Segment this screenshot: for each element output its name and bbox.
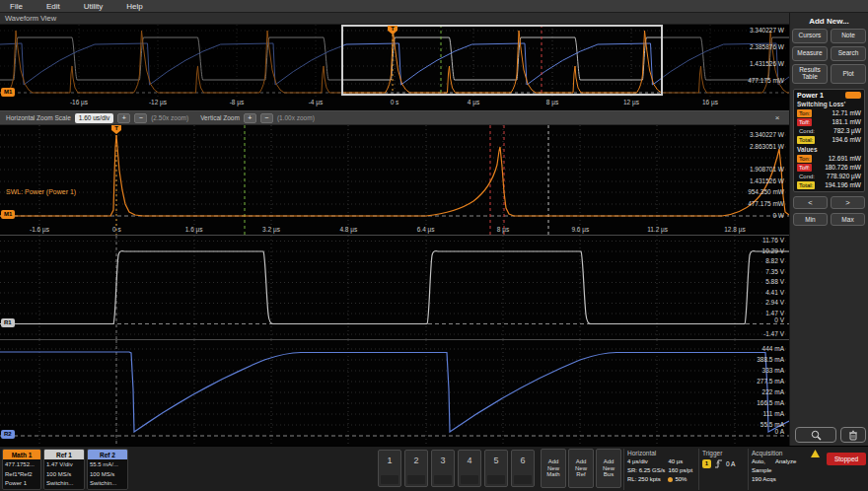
vzoom-factor: (1.00x zoom) <box>277 114 315 121</box>
ref1-source-badge[interactable]: R1 <box>1 318 15 327</box>
ytick-label: 8.82 V <box>765 257 784 265</box>
add-new-button-grid: Cursors Note Measure Search Results Tabl… <box>790 29 868 84</box>
waveform-view-title: Waveform View <box>0 13 789 25</box>
oscilloscope-app: File Edit Utility Help Waveform View T 3… <box>0 0 868 491</box>
xtick-label: -1.6 µs <box>16 226 63 233</box>
ytick-label: 477.175 mW <box>748 200 784 208</box>
cursors-button[interactable]: Cursors <box>792 29 828 43</box>
cond-value: 778.920 µW <box>827 173 861 179</box>
xtick-label: 8 µs <box>479 226 527 233</box>
xtick-label: 4.8 µs <box>325 226 372 233</box>
ytick-label: 2.863051 W <box>750 143 784 151</box>
menu-help[interactable]: Help <box>126 2 142 11</box>
channel-display-strip <box>434 475 452 484</box>
baseline-label: 0 A <box>775 428 784 436</box>
previous-button[interactable]: < <box>793 196 828 209</box>
add-new-ref-button[interactable]: Add New Ref <box>568 449 594 488</box>
menu-file[interactable]: File <box>10 2 23 11</box>
vzoom-decrease-button[interactable]: − <box>260 113 273 123</box>
results-table-button[interactable]: Results Table <box>792 64 828 84</box>
ytick-label: 3.340227 W <box>750 27 784 35</box>
ref1-samplerate: 100 MS/s <box>46 470 82 480</box>
xtick-label: 9.6 µs <box>556 226 604 233</box>
horizontal-title: Horizontal <box>627 450 693 456</box>
trash-icon <box>848 430 858 441</box>
ytick-label: 10.29 V <box>762 247 784 255</box>
measurement-row: Total: 194.6 mW <box>797 135 861 144</box>
next-button[interactable]: > <box>831 196 865 209</box>
stopped-button[interactable]: Stopped <box>827 453 866 465</box>
horizontal-position: 50% <box>675 475 687 484</box>
ton-label: Ton: <box>797 155 812 163</box>
math1-tile-title: Math 1 <box>3 450 40 459</box>
channel-5-button[interactable]: 5 <box>484 450 508 487</box>
add-new-bus-button[interactable]: Add New Bus <box>596 449 621 488</box>
trigger-settings-panel[interactable]: Trigger 1 0 A <box>698 449 746 490</box>
ytick-label: 11.76 V <box>762 237 784 245</box>
min-button[interactable]: Min <box>793 213 828 226</box>
zoom-mode-button[interactable] <box>795 427 836 443</box>
voltage-waveform-panel: 11.76 V 10.29 V 8.82 V 7.35 V 5.88 V 4.4… <box>0 236 789 340</box>
ref2-source: Switchin... <box>90 479 125 489</box>
channel-4-button[interactable]: 4 <box>458 450 481 487</box>
ytick-label: 444 mA <box>762 345 784 353</box>
power-trace-label: SWL: Power (Power 1) <box>6 188 76 195</box>
math-source-badge[interactable]: M1 <box>1 88 15 97</box>
note-button[interactable]: Note <box>831 29 866 43</box>
measurement-row: Total: 194.196 mW <box>797 180 861 189</box>
channel-1-button[interactable]: 1 <box>378 450 401 487</box>
menu-edit[interactable]: Edit <box>46 2 60 11</box>
zoom-controls-bar: Horizontal Zoom Scale 1.60 us/div + − (2… <box>0 111 789 125</box>
total-value: 194.6 mW <box>832 136 861 143</box>
power1-results-panel[interactable]: Power 1 Switching Loss' Ton: 12.71 mW To… <box>793 89 865 192</box>
channel-2-button[interactable]: 2 <box>404 450 428 487</box>
measure-button[interactable]: Measure <box>792 46 828 61</box>
close-zoom-icon[interactable]: × <box>771 113 783 122</box>
result-navigation: < > <box>790 196 868 209</box>
vzoom-increase-button[interactable]: + <box>244 113 256 123</box>
ytick-label: 3.340227 W <box>750 131 784 139</box>
ref2-tile[interactable]: Ref 2 55.5 mA/... 100 MS/s Switchin... <box>87 449 128 490</box>
measurement-row: Ton: 12.71 mW <box>797 108 861 117</box>
xtick-label: 6.4 µs <box>402 226 450 233</box>
search-button[interactable]: Search <box>831 46 866 61</box>
hzoom-increase-button[interactable]: + <box>117 113 130 123</box>
math-source-badge[interactable]: M1 <box>1 210 15 219</box>
ref1-tile-title: Ref 1 <box>44 450 84 459</box>
cond-label: Cond: <box>797 127 817 135</box>
channel-display-strip <box>461 475 478 484</box>
zoom-selection-box[interactable] <box>341 25 663 96</box>
ytick-label: 388.5 mA <box>757 356 784 364</box>
max-button[interactable]: Max <box>831 213 865 226</box>
channel-6-button[interactable]: 6 <box>511 450 535 487</box>
ref1-tile[interactable]: Ref 1 1.47 V/div 100 MS/s Switchin... <box>43 449 85 490</box>
xtick-label: 0 s <box>373 99 416 105</box>
channel-display-strip <box>487 475 505 484</box>
xtick-label: 16 µs <box>688 99 732 105</box>
hzoom-decrease-button[interactable]: − <box>134 113 147 123</box>
channel-3-button[interactable]: 3 <box>431 450 455 487</box>
menu-utility[interactable]: Utility <box>84 2 104 11</box>
xtick-label: 3.2 µs <box>248 226 295 233</box>
horizontal-zoom-scale-input[interactable]: 1.60 us/div <box>75 113 113 123</box>
acquisition-settings-panel[interactable]: Acquisition Auto, Analyze Sample 190 Acq… <box>748 449 823 490</box>
ref2-source-badge[interactable]: R2 <box>1 430 15 439</box>
xtick-label: -16 µs <box>57 99 101 105</box>
channel-display-strip <box>407 475 425 484</box>
math1-tile[interactable]: Math 1 477.1752... Ref1*Ref2 Power 1 <box>2 449 41 490</box>
warning-icon <box>811 450 820 457</box>
toff-label: Toff: <box>797 118 812 126</box>
trash-button[interactable] <box>840 427 866 443</box>
ytick-label: 4.41 V <box>765 289 784 297</box>
horizontal-settings-panel[interactable]: Horizontal 4 µs/div 40 µs SR: 6.25 GS/s … <box>623 449 696 490</box>
bottom-settings-bar: Math 1 477.1752... Ref1*Ref2 Power 1 Ref… <box>0 446 868 491</box>
ytick-label: 1.908701 W <box>750 166 784 174</box>
current-waveform-panel: 444 mA 388.5 mA 333 mA 277.5 mA 222 mA 1… <box>0 340 789 446</box>
math1-expression: Ref1*Ref2 <box>5 470 38 480</box>
add-new-math-button[interactable]: Add New Math <box>541 449 566 488</box>
right-sidebar: Add New... Cursors Note Measure Search R… <box>789 13 868 446</box>
plot-button[interactable]: Plot <box>831 64 866 84</box>
xtick-label: 1.6 µs <box>171 226 218 233</box>
xtick-label: -4 µs <box>294 99 337 105</box>
ytick-label: 5.88 V <box>765 278 784 286</box>
